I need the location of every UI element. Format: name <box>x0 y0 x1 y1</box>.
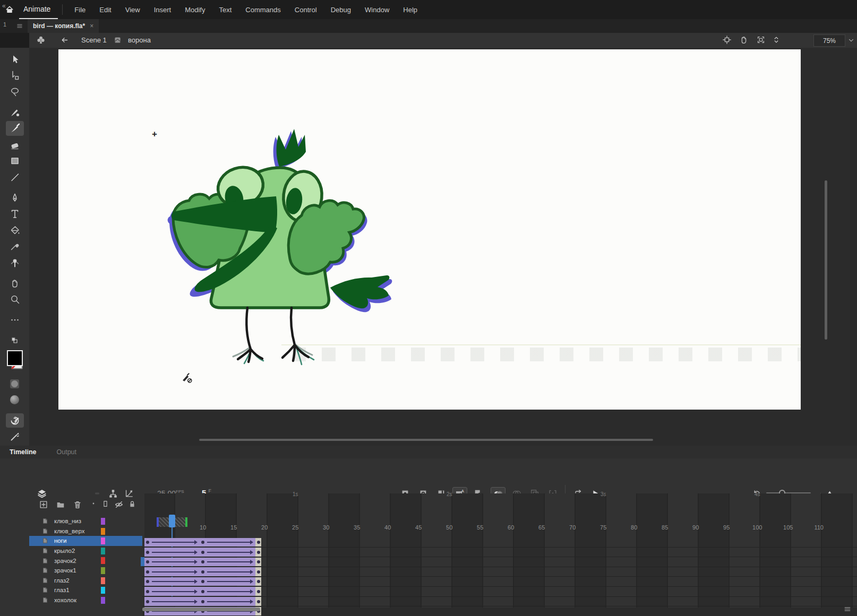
hand-nav-icon[interactable] <box>739 35 749 45</box>
highlight-dot-icon[interactable] <box>90 500 97 507</box>
frame-row[interactable] <box>142 597 857 607</box>
hide-column-icon[interactable] <box>114 500 124 509</box>
menu-help[interactable]: Help <box>403 6 417 14</box>
menu-window[interactable]: Window <box>365 6 389 14</box>
fluid-brush-tool[interactable] <box>6 105 24 120</box>
zoom-stepper-icon[interactable] <box>772 35 781 45</box>
stage-vertical-scrollbar[interactable] <box>825 180 827 340</box>
keyframe-dot[interactable] <box>257 580 260 583</box>
keyframe-dot[interactable] <box>201 600 204 603</box>
gradient-sphere-swatch[interactable] <box>6 393 24 407</box>
clover-icon[interactable] <box>36 35 46 46</box>
line-tool[interactable] <box>6 170 24 185</box>
add-layer-icon[interactable] <box>39 500 48 509</box>
target-spiral-tool[interactable] <box>6 413 24 428</box>
keyframe-dot[interactable] <box>257 600 260 603</box>
text-tool[interactable] <box>6 206 24 221</box>
scene-breadcrumb[interactable]: Scene 1 <box>81 36 107 44</box>
frame-row[interactable] <box>142 537 857 548</box>
playhead[interactable] <box>169 515 175 527</box>
lock-column-icon[interactable] <box>128 500 136 508</box>
keyframe-dot[interactable] <box>146 560 149 563</box>
menu-edit[interactable]: Edit <box>99 6 111 14</box>
keyframe-dot[interactable] <box>257 560 260 563</box>
keyframe-dot[interactable] <box>257 570 260 574</box>
more-tools[interactable] <box>6 313 24 327</box>
menu-commands[interactable]: Commands <box>245 6 280 14</box>
keyframe-dot[interactable] <box>146 570 149 574</box>
document-tab[interactable]: bird — копия.fla* × <box>28 19 99 33</box>
layer-row[interactable]: глаз2 <box>29 576 144 586</box>
layer-row[interactable]: глаз1 <box>29 585 144 595</box>
paint-bucket-tool[interactable] <box>6 223 24 238</box>
zoom-level-select[interactable]: 75% <box>813 34 845 47</box>
frame-row[interactable] <box>142 577 857 587</box>
layer-row[interactable]: зрачок2 <box>29 556 144 566</box>
pen-tool[interactable] <box>6 190 24 205</box>
layer-color-chip[interactable] <box>101 587 105 594</box>
menu-debug[interactable]: Debug <box>331 6 351 14</box>
layer-row[interactable]: зрачок1 <box>29 566 144 576</box>
frames-area[interactable]: 1s2s3s4s 1015202530354045505560657075808… <box>142 493 857 616</box>
outline-column-icon[interactable] <box>101 500 109 508</box>
frame-row[interactable] <box>142 567 857 577</box>
center-stage-icon[interactable] <box>722 35 732 45</box>
keyframe-dot[interactable] <box>257 590 260 593</box>
ruler-frame-numbers[interactable]: 1015202530354045505560657075808590951001… <box>142 524 857 532</box>
app-name[interactable]: Animate <box>19 0 58 19</box>
swap-colors-icon[interactable] <box>6 333 24 348</box>
frame-row[interactable] <box>142 557 857 567</box>
eraser-tool[interactable] <box>6 137 24 152</box>
menu-view[interactable]: View <box>125 6 140 14</box>
menu-modify[interactable]: Modify <box>185 6 205 14</box>
clip-content-icon[interactable] <box>756 35 766 45</box>
layer-row[interactable]: ноги <box>29 536 144 546</box>
keyframe-dot[interactable] <box>257 541 260 544</box>
subselection-tool[interactable] <box>6 68 24 83</box>
timeline-horizontal-scrollbar[interactable] <box>142 608 260 611</box>
layer-row[interactable]: хохолок <box>29 595 144 605</box>
keyframe-dot[interactable] <box>201 551 204 554</box>
fill-color-swatch[interactable] <box>6 349 24 370</box>
keyframe-dot[interactable] <box>146 541 149 544</box>
asset-warp-tool[interactable] <box>6 255 24 270</box>
zoom-tool[interactable] <box>6 292 24 307</box>
selection-tool[interactable] <box>6 52 24 67</box>
stage-horizontal-scrollbar[interactable] <box>199 439 653 441</box>
zoom-dropdown-arrow-icon[interactable] <box>846 34 856 46</box>
collapse-panel-icon[interactable]: « <box>2 2 6 10</box>
layer-color-chip[interactable] <box>101 557 105 564</box>
rectangle-tool[interactable] <box>6 154 24 169</box>
timeline-tab-output[interactable]: Output <box>56 448 76 456</box>
layer-color-chip[interactable] <box>101 518 105 525</box>
eyedropper-tool[interactable] <box>6 239 24 254</box>
layer-row[interactable]: крыло2 <box>29 546 144 556</box>
menu-control[interactable]: Control <box>295 6 317 14</box>
keyframe-dot[interactable] <box>257 551 260 554</box>
layer-row[interactable]: клюв_низ <box>29 516 144 526</box>
close-icon[interactable]: × <box>90 22 93 30</box>
hand-tool[interactable] <box>6 276 24 291</box>
frame-row[interactable] <box>142 548 857 558</box>
layer-color-chip[interactable] <box>101 567 105 574</box>
rail-menu-icon[interactable] <box>16 22 23 30</box>
stage-canvas[interactable]: + <box>58 49 801 410</box>
keyframe-dot[interactable] <box>146 590 149 593</box>
add-folder-icon[interactable] <box>56 500 65 509</box>
frame-row[interactable] <box>142 587 857 597</box>
swatch-circle[interactable] <box>6 377 24 392</box>
back-arrow-icon[interactable] <box>60 36 69 45</box>
keyframe-dot[interactable] <box>201 570 204 574</box>
layer-color-chip[interactable] <box>101 577 105 584</box>
layer-color-chip[interactable] <box>101 548 105 554</box>
layer-color-chip[interactable] <box>101 537 105 544</box>
menu-insert[interactable]: Insert <box>154 6 172 14</box>
menu-text[interactable]: Text <box>219 6 232 14</box>
symbol-breadcrumb[interactable]: ворона <box>128 36 151 44</box>
layer-row[interactable]: клюв_верх <box>29 526 144 536</box>
menu-file[interactable]: File <box>74 6 85 14</box>
panel-menu-icon[interactable] <box>843 605 852 613</box>
wand-tool[interactable] <box>6 429 24 444</box>
lasso-tool[interactable] <box>6 84 24 99</box>
onion-end-marker[interactable] <box>185 517 187 527</box>
